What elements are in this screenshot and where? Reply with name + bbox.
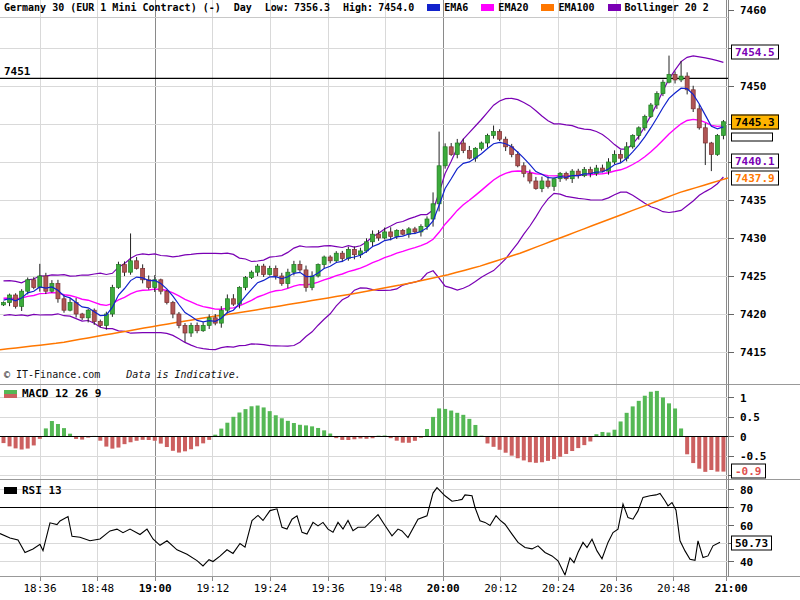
copyright-note: © IT-Finance.com Data is Indicative. (4, 369, 241, 380)
macd-bar (153, 437, 157, 441)
low-value: 7356.3 (294, 2, 330, 13)
candle-body (449, 147, 453, 155)
candle-body (516, 154, 520, 165)
high-value: 7454.0 (378, 2, 414, 13)
candle-body (298, 265, 302, 270)
candle-body (637, 128, 641, 136)
macd-bar (280, 418, 284, 436)
macd-bar (534, 437, 538, 463)
candle-body (546, 181, 550, 186)
price-axis-label: 7450 (740, 81, 767, 92)
legend-label: EMA100 (558, 2, 594, 13)
ema100-line (0, 178, 728, 350)
candle-body (540, 181, 544, 189)
macd-axis-label: 1 (740, 392, 747, 403)
macd-bar (322, 430, 326, 436)
candle-body (455, 143, 459, 154)
candle-body (32, 280, 36, 288)
macd-bar (703, 437, 707, 472)
macd-bar (510, 437, 514, 456)
candle-body (189, 325, 193, 333)
candle-body (280, 276, 284, 284)
chart-canvas[interactable] (0, 0, 800, 600)
macd-bar (576, 437, 580, 449)
macd-bar (401, 437, 405, 443)
candle-body (74, 303, 78, 314)
legend-item-ema6[interactable]: EMA6 (427, 2, 468, 13)
rsi-value-box: 50.73 (731, 536, 772, 551)
rsi-label-text: RSI 13 (22, 484, 62, 497)
macd-bar (721, 437, 725, 472)
macd-bar (250, 406, 254, 436)
macd-axis-label: 0.5 (740, 412, 760, 423)
macd-bar (2, 437, 6, 444)
candle-body (443, 147, 447, 166)
candle-body (328, 257, 332, 261)
last-price-box: 7445.3 (731, 115, 779, 130)
candle-body (268, 268, 272, 274)
macd-bar (540, 437, 544, 463)
macd-bar (171, 437, 175, 451)
macd-bar (522, 437, 526, 461)
macd-bar (116, 437, 120, 448)
macd-bar (588, 437, 592, 442)
period-label[interactable]: Day (234, 2, 252, 13)
candle-body (129, 261, 133, 272)
macd-bar (177, 437, 181, 453)
legend-label: EMA6 (444, 2, 468, 13)
rsi-axis-label: 40 (740, 556, 753, 567)
candle-body (201, 325, 205, 330)
macd-bar (486, 437, 490, 444)
candle-body (371, 234, 375, 242)
macd-bar (8, 437, 12, 447)
macd-bar (649, 392, 653, 437)
candle-body (619, 154, 623, 158)
bollinger-lower-line (4, 177, 724, 350)
time-axis-label: 20:36 (599, 582, 632, 595)
macd-bar (643, 396, 647, 437)
macd-bar (625, 413, 629, 437)
candle-body (334, 253, 338, 261)
candle-body (44, 276, 48, 291)
macd-bar (32, 437, 36, 446)
candle-body (673, 75, 677, 80)
time-axis-label: 20:48 (657, 582, 690, 595)
candle-body (661, 82, 665, 93)
horizontal-line-label[interactable]: 7451 (2, 66, 33, 77)
rsi-panel-label[interactable]: RSI 13 (4, 484, 62, 497)
candle-body (286, 272, 290, 283)
candle-body (685, 76, 689, 90)
candle-body (498, 132, 502, 140)
macd-axis-label: 0 (740, 431, 747, 442)
macd-icon (4, 390, 17, 398)
indicative-note: Data is Indicative. (126, 369, 240, 380)
candle-body (86, 310, 90, 318)
candle-body (715, 135, 719, 154)
candle-body (552, 179, 556, 187)
macd-panel-label[interactable]: MACD 12 26 9 (4, 387, 101, 400)
candle-body (383, 232, 387, 238)
macd-bar (104, 437, 108, 447)
legend-item-ema100[interactable]: EMA100 (541, 2, 594, 13)
candle-body (492, 132, 496, 136)
candle-body (262, 266, 266, 274)
candle-body (2, 303, 6, 305)
candle-body (116, 265, 120, 288)
macd-bar (467, 419, 471, 437)
candle-body (250, 272, 254, 277)
macd-bar (558, 437, 562, 457)
macd-bar (504, 437, 508, 453)
ema6-line (4, 88, 724, 322)
macd-bar (661, 397, 665, 436)
candle-body (207, 318, 211, 326)
legend-item-ema20[interactable]: EMA20 (481, 2, 528, 13)
instrument-title: Germany 30 (EUR 1 Mini Contract) (-) (4, 2, 221, 13)
candle-body (467, 151, 471, 159)
legend-item-bollinger-20-2[interactable]: Bollinger 20 2 (608, 2, 709, 13)
candle-body (437, 166, 441, 204)
time-axis-label: 18:48 (81, 582, 114, 595)
candle-body (123, 265, 127, 273)
macd-bar (123, 437, 127, 445)
macd-bar (455, 413, 459, 437)
charting-app-window: Germany 30 (EUR 1 Mini Contract) (-) Day… (0, 0, 800, 600)
